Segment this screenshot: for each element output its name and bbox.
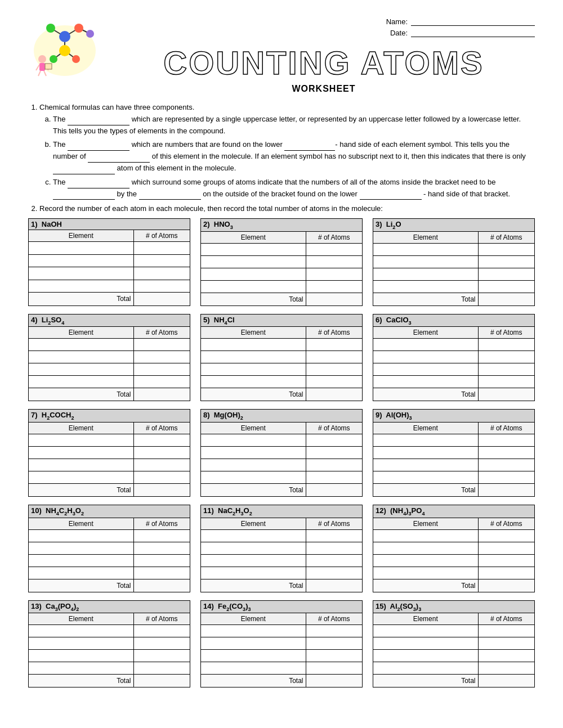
table-data-row <box>373 637 535 650</box>
atoms-cell <box>478 625 534 637</box>
table-data-row <box>373 650 535 662</box>
molecule-caption-11: 11) NaC2H3O2 <box>200 505 363 518</box>
atoms-cell <box>133 542 190 554</box>
atoms-cell <box>133 363 190 376</box>
table-data-row <box>201 650 363 662</box>
atoms-header: # of Atoms <box>133 422 190 434</box>
blank-c2 <box>53 192 115 200</box>
main-title-svg: COUNTING ATOMS <box>155 42 493 81</box>
blank-c3 <box>139 192 201 200</box>
atoms-cell <box>306 567 362 579</box>
molecule-table-14: 14) Fe2(CO3)3Element# of AtomsTotal <box>200 600 363 688</box>
atoms-cell <box>306 625 362 637</box>
table-data-row <box>373 459 535 471</box>
molecule-caption-4: 4) Li2SO4 <box>28 314 190 327</box>
instruction-b-text: The which are numbers that are found on … <box>53 140 526 172</box>
table-data-row <box>29 446 190 459</box>
element-cell <box>373 625 479 637</box>
table-data-row <box>29 242 190 255</box>
molecule-caption-13: 13) Ca3(PO4)2 <box>28 600 190 613</box>
total-value <box>306 388 362 401</box>
instruction-2-text: Record the number of each atom in each m… <box>39 204 383 213</box>
date-underline <box>411 28 535 37</box>
atoms-cell <box>306 363 362 376</box>
table-data-row <box>373 351 535 363</box>
total-row: Total <box>201 293 363 305</box>
table-data-row <box>201 446 363 459</box>
atoms-cell <box>133 446 190 459</box>
atoms-header: # of Atoms <box>478 518 534 529</box>
element-cell <box>201 554 306 567</box>
molecule-table-15: 15) Al2(SO3)3Element# of AtomsTotal <box>373 600 535 688</box>
atoms-cell <box>306 637 362 650</box>
atoms-cell <box>133 529 190 542</box>
table-data-row <box>29 339 190 351</box>
table-data-row <box>29 280 190 293</box>
element-cell <box>29 662 134 675</box>
element-cell <box>373 434 479 446</box>
element-cell <box>373 459 479 471</box>
table-data-row <box>29 542 190 554</box>
element-cell <box>201 243 306 255</box>
element-header: Element <box>373 613 479 625</box>
table-data-row <box>29 471 190 483</box>
molecule-caption-7: 7) H2COCH2 <box>28 409 190 422</box>
atoms-cell <box>478 662 534 675</box>
atoms-cell <box>306 459 362 471</box>
total-value <box>478 579 534 592</box>
tables-area: 1) NaOHElement# of AtomsTotal2) HNO3Elem… <box>28 218 535 695</box>
element-cell <box>29 637 134 650</box>
total-label: Total <box>373 675 479 687</box>
element-cell <box>29 529 134 542</box>
total-label: Total <box>373 293 479 305</box>
table-data-row <box>201 376 363 388</box>
atoms-cell <box>306 650 362 662</box>
svg-rect-20 <box>45 64 52 69</box>
atoms-header: # of Atoms <box>306 613 362 625</box>
atoms-header: # of Atoms <box>306 327 362 339</box>
name-date-area: Name: Date: <box>113 17 535 39</box>
atoms-cell <box>133 459 190 471</box>
element-cell <box>201 471 306 483</box>
table-data-row <box>373 434 535 446</box>
table-row-2: 7) H2COCH2Element# of AtomsTotal8) Mg(OH… <box>28 409 535 497</box>
atoms-header: # of Atoms <box>306 231 362 243</box>
atoms-cell <box>478 268 534 280</box>
atoms-cell <box>306 351 362 363</box>
table-data-row <box>201 542 363 554</box>
element-cell <box>201 637 306 650</box>
atoms-cell <box>133 650 190 662</box>
molecule-table-13: 13) Ca3(PO4)2Element# of AtomsTotal <box>28 600 190 688</box>
element-cell <box>29 363 134 376</box>
element-cell <box>373 554 479 567</box>
element-cell <box>29 351 134 363</box>
total-label: Total <box>29 579 134 592</box>
atoms-cell <box>478 243 534 255</box>
element-cell <box>373 339 479 351</box>
molecule-caption-1: 1) NaOH <box>28 218 190 230</box>
molecule-caption-8: 8) Mg(OH)2 <box>200 409 363 422</box>
element-cell <box>201 351 306 363</box>
total-label: Total <box>201 293 306 305</box>
table-data-row <box>201 471 363 483</box>
element-cell <box>373 542 479 554</box>
element-cell <box>373 471 479 483</box>
total-label: Total <box>201 675 306 687</box>
table-data-row <box>201 554 363 567</box>
atoms-header: # of Atoms <box>133 327 190 339</box>
total-label: Total <box>29 675 134 687</box>
element-cell <box>373 446 479 459</box>
atoms-header: # of Atoms <box>478 327 534 339</box>
element-cell <box>373 637 479 650</box>
element-cell <box>201 268 306 280</box>
table-data-row <box>373 529 535 542</box>
total-value <box>478 483 534 496</box>
element-cell <box>29 254 134 267</box>
total-row: Total <box>29 388 190 401</box>
element-header: Element <box>373 231 479 243</box>
total-row: Total <box>29 483 190 496</box>
total-value <box>478 388 534 401</box>
instructions: Chemical formulas can have three compone… <box>28 102 535 215</box>
instruction-c: The which surround some groups of atoms … <box>53 177 535 200</box>
svg-line-18 <box>38 71 41 76</box>
